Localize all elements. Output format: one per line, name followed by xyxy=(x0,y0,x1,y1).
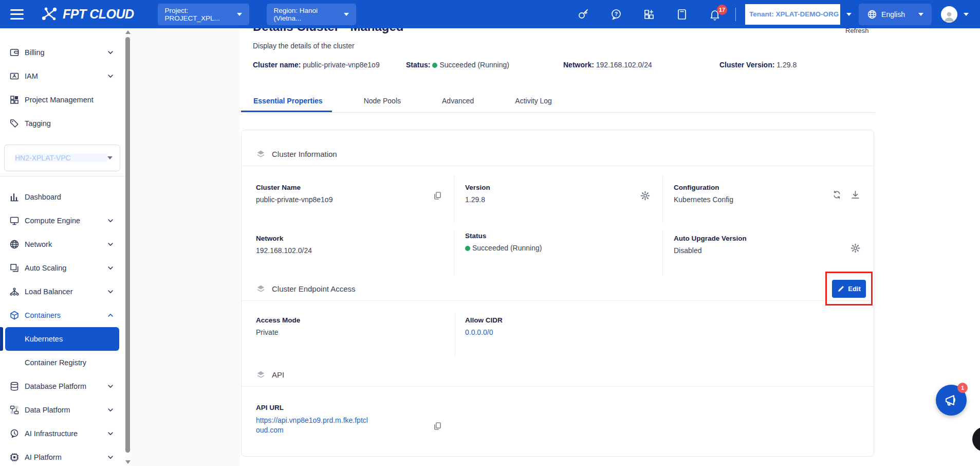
column-divider xyxy=(662,230,663,276)
page-subtitle: Display the details of the cluster xyxy=(253,42,355,50)
logo-text: FPT CLOUD xyxy=(63,7,134,22)
field-auto-upgrade: Auto Upgrade Version Disabled xyxy=(674,235,747,255)
pencil-icon xyxy=(837,285,844,293)
selected-indicator xyxy=(0,327,3,351)
allow-cidr-link[interactable]: 0.0.0.0/0 xyxy=(465,328,503,336)
iam-icon xyxy=(9,71,20,81)
sidebar-item-billing[interactable]: Billing xyxy=(0,41,125,64)
tab-advanced[interactable]: Advanced xyxy=(430,91,483,112)
tab-activity-log[interactable]: Activity Log xyxy=(503,91,561,112)
apps-icon[interactable] xyxy=(643,8,655,21)
sidebar-item-load-balancer[interactable]: Load Balancer xyxy=(0,280,125,303)
status-dot xyxy=(432,63,437,68)
tab-node-pools[interactable]: Node Pools xyxy=(352,91,410,112)
sidebar-item-ai-infrastructure[interactable]: AI Infrastructure xyxy=(0,422,125,445)
region-selector[interactable]: Region: Hanoi (Vietna... xyxy=(267,4,356,25)
sidebar-item-network[interactable]: Network xyxy=(0,232,125,256)
chevron-down-icon xyxy=(237,13,242,16)
chevron-down-icon xyxy=(107,407,114,413)
column-divider xyxy=(455,313,455,356)
key-icon[interactable] xyxy=(577,8,589,21)
column-divider xyxy=(662,175,663,223)
scrollbar-thumb[interactable] xyxy=(125,37,130,453)
language-selector[interactable]: English xyxy=(859,4,932,25)
status-dot xyxy=(465,246,470,251)
chevron-down-icon xyxy=(918,13,923,16)
edit-button[interactable]: Edit xyxy=(832,280,866,298)
gear-icon[interactable] xyxy=(640,191,650,201)
logo-molecule-icon xyxy=(41,6,59,23)
api-url-link[interactable]: https://api.vnp8e1o9.prd.m.fke.fptcloud.… xyxy=(256,416,368,435)
copy-icon[interactable] xyxy=(433,191,442,201)
column-divider xyxy=(454,175,454,223)
page-title: Details Cluster - Managed xyxy=(253,28,403,34)
user-menu[interactable] xyxy=(941,6,969,23)
help-icon[interactable] xyxy=(610,8,622,21)
ai-platform-icon xyxy=(9,452,20,462)
sidebar-item-container-registry[interactable]: Container Registry xyxy=(0,351,125,374)
gear-icon[interactable] xyxy=(850,243,860,253)
scroll-down-arrow[interactable] xyxy=(125,460,131,464)
field-cluster-name: Cluster Name public-private-vnp8e1o9 xyxy=(256,184,332,204)
project-management-icon xyxy=(9,95,20,105)
section-cluster-endpoint-access: Cluster Endpoint Access xyxy=(242,277,874,301)
sidebar-item-kubernetes[interactable]: Kubernetes xyxy=(5,327,119,351)
sidebar-divider xyxy=(0,176,125,176)
sidebar-item-dashboard[interactable]: Dashboard xyxy=(0,185,125,209)
sidebar-item-ai-platform[interactable]: AI Platform xyxy=(0,445,125,466)
auto-scaling-icon xyxy=(9,263,20,273)
announcements-button[interactable]: 1 xyxy=(936,385,967,416)
dashboard-icon xyxy=(9,192,20,202)
refresh-link[interactable]: Refresh xyxy=(845,28,869,34)
sidebar-item-project-management[interactable]: Project Management xyxy=(0,88,125,112)
ai-infrastructure-icon xyxy=(9,428,20,439)
layers-icon xyxy=(256,149,266,159)
header-divider xyxy=(735,8,736,21)
field-version: Version 1.29.8 xyxy=(465,184,490,204)
sidebar-item-data-platform[interactable]: Data Platform xyxy=(0,398,125,422)
top-header: FPT CLOUD Project: PROJECT_XPL... Region… xyxy=(0,0,980,28)
sidebar-item-database-platform[interactable]: Database Platform xyxy=(0,374,125,398)
chevron-down-icon xyxy=(107,49,114,56)
chevron-down-icon xyxy=(107,241,114,247)
section-api: API xyxy=(242,363,874,387)
chevron-down-icon xyxy=(107,218,114,224)
sidebar-item-compute-engine[interactable]: Compute Engine xyxy=(0,209,125,232)
field-configuration: Configuration Kubernetes Config xyxy=(674,184,733,204)
tab-essential-properties[interactable]: Essential Properties xyxy=(241,91,332,112)
load-balancer-icon xyxy=(9,286,20,297)
download-icon[interactable] xyxy=(850,190,860,200)
chevron-down-icon xyxy=(107,289,114,295)
tenant-selector[interactable]: Tenant: XPLAT-DEMO-ORG xyxy=(745,4,852,25)
scroll-up-arrow[interactable] xyxy=(125,30,131,34)
database-icon xyxy=(9,381,20,391)
refresh-icon[interactable] xyxy=(832,190,842,200)
cluster-summary-row: Cluster name: public-private-vnp8e1o9 St… xyxy=(253,61,880,72)
tag-icon xyxy=(9,118,20,129)
field-allow-cidr: Allow CIDR 0.0.0.0/0 xyxy=(465,316,503,336)
fpt-cloud-logo: FPT CLOUD xyxy=(41,6,134,23)
chevron-down-icon xyxy=(107,454,114,460)
summary-network: Network: 192.168.102.0/24 xyxy=(563,61,652,69)
chevron-down-icon xyxy=(846,13,852,16)
sidebar-item-iam[interactable]: IAM xyxy=(0,64,125,88)
summary-version: Cluster Version: 1.29.8 xyxy=(719,61,797,69)
sidebar-item-auto-scaling[interactable]: Auto Scaling xyxy=(0,256,125,280)
details-card: Cluster Information Cluster Name public-… xyxy=(241,130,874,457)
megaphone-icon xyxy=(944,392,959,408)
chevron-down-icon xyxy=(107,431,114,437)
sidebar-scrollbar[interactable] xyxy=(125,28,131,466)
vpc-selector[interactable]: HN2-XPLAT-VPC xyxy=(4,145,120,171)
billing-icon xyxy=(9,47,20,58)
sidebar-item-containers[interactable]: Containers xyxy=(0,303,125,327)
copy-icon[interactable] xyxy=(433,421,442,431)
bell-icon[interactable]: 17 xyxy=(709,8,721,21)
sidebar-item-tagging[interactable]: Tagging xyxy=(0,112,125,135)
chevron-down-icon xyxy=(107,156,113,159)
chevron-down-icon xyxy=(964,13,969,16)
chevron-down-icon xyxy=(344,13,349,16)
hamburger-menu-icon[interactable] xyxy=(10,9,24,20)
docs-icon[interactable] xyxy=(676,8,688,21)
avatar xyxy=(941,6,957,23)
project-selector[interactable]: Project: PROJECT_XPL... xyxy=(158,4,249,25)
